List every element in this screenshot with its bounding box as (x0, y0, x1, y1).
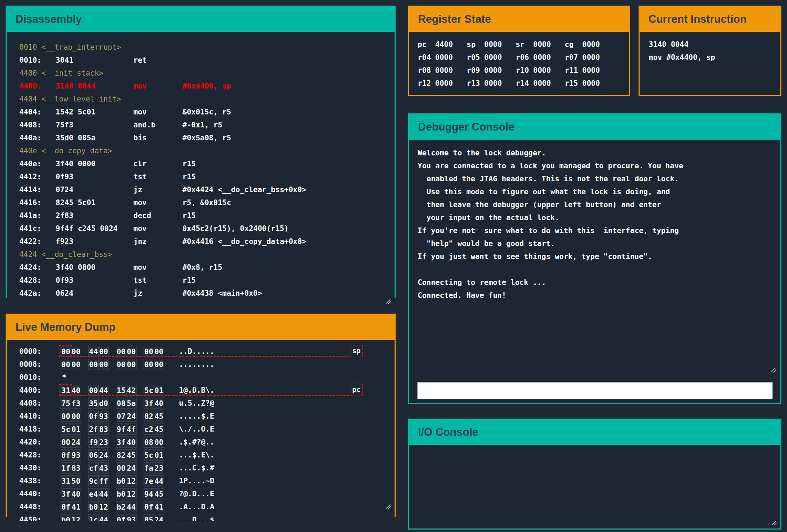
memory-word: 4400 (88, 346, 109, 357)
memory-word: b012 (116, 488, 137, 499)
memory-address: 4400: (19, 386, 56, 394)
memory-ascii: ...$.E\. (179, 451, 214, 459)
memory-byte: 93 (71, 449, 81, 461)
resize-grip-icon[interactable] (385, 298, 391, 304)
memory-word: 5c01 (61, 424, 81, 435)
register-cell: r050000 (467, 51, 516, 64)
instruction-mnemonic: mov (133, 106, 182, 119)
resize-grip-icon[interactable] (385, 503, 391, 509)
memory-byte: 41 (71, 501, 81, 512)
memory-byte: 00 (61, 436, 71, 448)
memory-address: 0000: (19, 347, 56, 356)
register-cell: r060000 (516, 51, 565, 64)
register-cell: r110000 (565, 64, 614, 77)
instruction-mnemonic: jnz (133, 235, 182, 248)
memory-ascii: ........ (179, 360, 214, 369)
memory-byte: 00 (144, 346, 154, 357)
register-value: 0000 (533, 79, 551, 88)
disassembly-row: 442a:0624jz#0x4438 <main+0x0> (7, 287, 395, 300)
instruction-bytes: 3140 0044 (56, 80, 133, 93)
memory-bytes: 0024f9233f400800 (61, 436, 171, 448)
register-state-header: Register State (409, 7, 629, 32)
memory-row: 4438:31509cffb0127e441P....~D (7, 474, 395, 487)
memory-word: 0000 (61, 411, 81, 422)
resize-grip-icon[interactable] (770, 366, 776, 373)
memory-row: 4408:75f335d0085a3f40u.5..Z?@ (7, 397, 395, 410)
register-grid: pc4400sp0000sr0000cg0000r040000r050000r0… (409, 32, 629, 90)
memory-bytes: 0000000000000000 (61, 359, 171, 370)
current-instruction-title: Current Instruction (648, 13, 747, 26)
memory-byte: 08 (144, 436, 154, 448)
instruction-mnemonic: tst (133, 170, 182, 183)
disassembly-label: 0010 <__trap_interrupt> (7, 41, 395, 54)
register-value: 0000 (533, 66, 551, 75)
register-name: r04 (418, 51, 435, 64)
debugger-console-output: Welcome to the lock debugger. You are co… (409, 140, 780, 302)
instruction-bytes: 3f40 0800 (56, 261, 133, 274)
memory-byte: 24 (154, 514, 164, 522)
register-name: r12 (418, 77, 435, 90)
register-value: 0000 (533, 40, 551, 49)
memory-byte: ff (98, 475, 109, 486)
memory-dump-body: 0000:sp0000440000000000..D.....0008:0000… (7, 340, 395, 521)
memory-row: 4418:5c012f839f4fc245\./..O.E (7, 422, 395, 435)
register-row: r040000r050000r060000r070000 (418, 51, 629, 64)
memory-byte: 00 (126, 346, 137, 357)
memory-word: 7e44 (144, 475, 164, 486)
memory-word: 3f40 (144, 398, 164, 409)
memory-word: cf43 (88, 462, 109, 474)
instruction-address: 440a: (19, 132, 56, 145)
memory-byte: 08 (116, 398, 126, 409)
memory-byte: 5a (126, 398, 137, 409)
memory-row: 4448:0f41b012b2440f41.A...D.A (7, 500, 395, 513)
register-value: 0000 (484, 79, 502, 88)
memory-word: 085a (116, 398, 137, 409)
memory-byte: 83 (98, 424, 109, 435)
memory-word: e444 (88, 488, 109, 499)
register-cell: r090000 (467, 64, 516, 77)
memory-ascii: ?@.D...E (179, 490, 214, 498)
memory-byte: 4f (126, 424, 137, 435)
memory-bytes: 3140004415425c01 (61, 385, 171, 396)
memory-word: 0f93 (88, 411, 109, 422)
io-console-body (409, 445, 780, 528)
memory-word: 3f40 (61, 488, 81, 499)
instruction-bytes: 8245 5c01 (56, 196, 133, 209)
instruction-bytes: 1542 5c01 (56, 106, 133, 119)
register-cell: r140000 (516, 77, 565, 90)
register-name: r06 (516, 51, 533, 64)
memory-gap-star: * (62, 373, 67, 382)
memory-byte: 00 (61, 359, 71, 370)
io-console-title: I/O Console (418, 426, 478, 439)
memory-byte: 41 (154, 501, 164, 512)
disassembly-row: 441c:9f4f c245 0024mov0x45c2(r15), 0x240… (7, 222, 395, 235)
register-value: 0000 (582, 40, 600, 49)
memory-byte: 44 (98, 488, 109, 499)
debugger-command-input[interactable] (417, 382, 773, 399)
memory-address: 4450: (19, 516, 56, 522)
memory-byte: 00 (154, 436, 164, 448)
memory-byte: 12 (71, 514, 81, 522)
memory-word: 1542 (116, 385, 137, 396)
memory-bytes: 75f335d0085a3f40 (61, 398, 171, 409)
memory-byte: 12 (126, 475, 137, 486)
instruction-address: 4424: (19, 261, 56, 274)
memory-byte: 3f (116, 436, 126, 448)
memory-byte: 00 (71, 346, 81, 357)
memory-byte: 40 (126, 436, 137, 448)
memory-byte: 40 (71, 385, 81, 396)
resize-grip-icon[interactable] (771, 519, 777, 526)
memory-byte: 07 (116, 411, 126, 422)
memory-byte: b0 (116, 475, 126, 486)
instruction-operands: 0x45c2(r15), 0x2400(r15) (182, 222, 395, 235)
memory-word: b012 (116, 475, 137, 486)
memory-address: 4410: (19, 412, 56, 420)
io-console-panel: I/O Console (408, 419, 781, 530)
register-state-body: pc4400sp0000sr0000cg0000r040000r050000r0… (409, 32, 629, 95)
memory-byte: 15 (116, 385, 126, 396)
register-pointer-line (60, 395, 360, 396)
register-value: 0000 (533, 53, 551, 62)
memory-byte: 00 (88, 359, 99, 370)
memory-byte: 43 (98, 462, 109, 474)
memory-byte: 42 (126, 385, 137, 396)
